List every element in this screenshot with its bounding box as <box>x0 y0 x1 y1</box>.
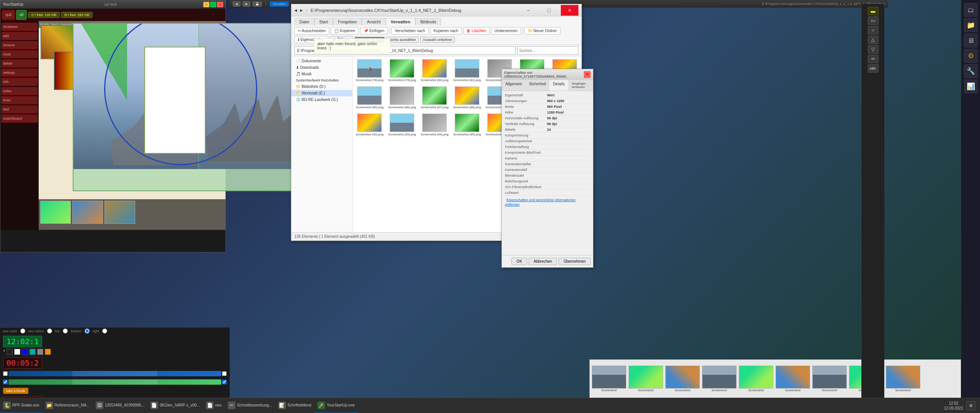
all-button[interactable]: all <box>16 10 27 20</box>
taskbar-item-schriftstell[interactable]: 📝 Schriftstellerei <box>275 398 315 413</box>
fe-sidebar-bd[interactable]: 💿 BD-RE-Laufwerk (G:) <box>291 96 352 103</box>
fe-tab-freigeben[interactable]: Freigeben <box>333 18 362 25</box>
taskbar-item-yourstartup[interactable]: 🚀 YourStartUp.exe <box>314 398 358 413</box>
fe-tab-start[interactable]: Start <box>314 18 333 25</box>
info-btn[interactable]: info <box>1 78 38 86</box>
rp-tool-5[interactable]: ▽ <box>868 45 879 54</box>
taskbar-item-img[interactable]: 🖼 13553488_40399988... <box>93 398 147 413</box>
ss-item-6[interactable]: Screenshot <box>775 365 811 393</box>
props-ok-btn[interactable]: OK <box>511 258 527 265</box>
radio-top[interactable] <box>63 328 68 333</box>
props-apply-btn[interactable]: Übernehmen <box>559 258 591 265</box>
taskbar-item-neu[interactable]: 📄 neu <box>203 398 225 413</box>
color-swatch-black[interactable] <box>7 349 13 355</box>
shutdown-btn[interactable]: shutdown <box>1 23 38 31</box>
rename-btn[interactable]: rename <box>1 41 38 49</box>
reset-btn[interactable]: reset <box>1 50 38 59</box>
file-item-88[interactable]: Screenshot (88).png <box>452 85 483 111</box>
fe-minimize[interactable]: − <box>519 5 537 16</box>
fe-maximize[interactable]: □ <box>540 5 558 16</box>
break-button[interactable]: take a break <box>3 388 28 394</box>
dock-icon-3[interactable]: 🖥 <box>964 34 978 47</box>
ss-item-3[interactable]: Screenshot <box>665 365 701 393</box>
fe-btn-kopieren2[interactable]: Kopieren nach <box>430 27 462 34</box>
fe-nav-back[interactable]: ◀ <box>294 8 297 12</box>
track-check-1b[interactable] <box>222 371 227 376</box>
timer-btn[interactable]: timer <box>1 96 38 104</box>
scetchboard-btn[interactable]: scetchboard <box>1 114 38 123</box>
fe-btn-ausschneiden[interactable]: ✂ Ausschneiden <box>294 27 329 34</box>
track-check-2[interactable] <box>3 380 8 384</box>
file-item-87[interactable]: Screenshot (87).png <box>419 85 450 111</box>
fe-tab-datei[interactable]: Datei <box>294 18 314 25</box>
taskbar-item-sk[interactable]: 📄 SKGtec_NARF-c_v00... <box>147 398 203 413</box>
fe-sidebar-werkstatt[interactable]: 📁 Werkstatt (E:) <box>291 90 352 96</box>
fe-tab-verwalten[interactable]: Verwalten <box>386 18 415 25</box>
dock-icon-2[interactable]: 📁 <box>964 18 978 32</box>
top-tool-btn-1[interactable]: ◀ <box>233 2 240 7</box>
top-tool-btn-save[interactable]: 💾 <box>253 2 262 7</box>
file-item-85[interactable]: Screenshot (85).png <box>354 85 385 111</box>
fe-tab-bildtools[interactable]: Bildtools <box>415 18 441 25</box>
rp-tool-3[interactable]: ○ <box>868 26 879 34</box>
fe-sidebar-dokumente[interactable]: 📄 Dokumente <box>291 58 352 64</box>
rp-tool-1[interactable]: ▬ <box>868 7 879 15</box>
props-tab-vorgaenger[interactable]: Vorgänger-versionen <box>568 80 593 91</box>
ss-item-2[interactable]: Screenshot <box>628 365 664 393</box>
color-swatch-orange[interactable] <box>45 349 51 355</box>
fe-btn-neuer-ordner[interactable]: 📁 Neuer Ordner <box>524 27 560 34</box>
fe-btn-kopieren[interactable]: 📋 Kopieren <box>331 27 359 34</box>
fe-tab-ansicht[interactable]: Ansicht <box>362 18 385 25</box>
notes-btn[interactable]: notes <box>1 87 38 95</box>
rp-tool-2[interactable]: ▭ <box>868 16 879 25</box>
track-check-1[interactable] <box>3 371 8 376</box>
ss-item-1[interactable]: Screenshot <box>591 365 627 393</box>
maximize-button[interactable]: □ <box>210 2 216 7</box>
fe-close[interactable]: × <box>561 5 578 16</box>
color-swatch-gray[interactable] <box>37 349 43 355</box>
quit-button[interactable]: quit <box>2 10 15 20</box>
file-item-93[interactable]: Screenshot (93).png <box>387 112 418 138</box>
top-tool-btn-verwalt[interactable]: Verwalten <box>270 2 289 7</box>
fe-nav-up[interactable]: ↑ <box>306 8 308 12</box>
track-check-2b[interactable] <box>222 380 227 384</box>
props-tab-allgemein[interactable]: Allgemein <box>502 80 526 91</box>
radio-right[interactable] <box>102 328 107 333</box>
ss-item-5[interactable]: Screenshot <box>738 365 774 393</box>
dock-icon-1[interactable]: 🗂 <box>964 3 978 17</box>
top-tool-btn-2[interactable]: ▶ <box>243 2 250 7</box>
fe-btn-nichts-auswaehlen[interactable]: Nichts auswählen <box>386 37 419 43</box>
file-item-79[interactable]: Screenshot (79).png <box>387 58 418 83</box>
ss-item-9[interactable]: Screenshot <box>885 365 921 393</box>
dnd-btn[interactable]: dnd <box>1 105 38 114</box>
dock-icon-4[interactable]: ⚙ <box>964 49 978 63</box>
color-swatch-white[interactable] <box>14 349 20 355</box>
close-button[interactable]: × <box>217 2 223 7</box>
fe-sidebar-bibliothek[interactable]: 📁 Bibliothek (D:) <box>291 83 352 90</box>
taskbar-item-schreibbewerbung[interactable]: ✏ Schreibbewerbung... <box>225 398 275 413</box>
color-swatch-teal[interactable] <box>29 349 36 355</box>
file-item-81[interactable]: Screenshot (81).png <box>452 58 483 83</box>
dock-icon-5[interactable]: 🔧 <box>964 64 978 78</box>
add-btn[interactable]: add <box>1 32 38 40</box>
radio-two-colors[interactable] <box>47 328 52 333</box>
taskbar-item-ref[interactable]: 📁 Referenzraum_NA... <box>42 398 93 413</box>
ss-item-4[interactable]: Screenshot <box>701 365 737 393</box>
file-item-92[interactable]: Screenshot (92).png <box>354 112 385 138</box>
file-item-80[interactable]: Screenshot (80).png <box>419 58 450 83</box>
fe-btn-umbenennen[interactable]: Umbenennen <box>491 27 521 34</box>
ss-item-7[interactable]: Screenshot <box>812 365 848 393</box>
props-tab-sicherheit[interactable]: Sicherheit <box>526 80 549 91</box>
fe-sidebar-downloads[interactable]: ⬇ Downloads <box>291 64 352 71</box>
fe-sidebar-musik[interactable]: 🎵 Musik <box>291 71 352 77</box>
props-tab-details[interactable]: Details <box>549 80 568 91</box>
dock-icon-6[interactable]: 📊 <box>964 80 978 93</box>
file-item-86[interactable]: Screenshot (86).png <box>387 85 418 111</box>
rp-tool-4[interactable]: △ <box>868 36 879 44</box>
color-swatch-blue[interactable] <box>22 349 28 355</box>
props-cancel-btn[interactable]: Abbrechen <box>529 258 557 265</box>
rp-tool-7[interactable]: ABC <box>868 64 879 73</box>
fe-nav-forward[interactable]: ▶ <box>300 8 303 12</box>
settings-btn[interactable]: settings <box>1 68 38 77</box>
file-item-95[interactable]: Screenshot (95).png <box>452 112 483 138</box>
